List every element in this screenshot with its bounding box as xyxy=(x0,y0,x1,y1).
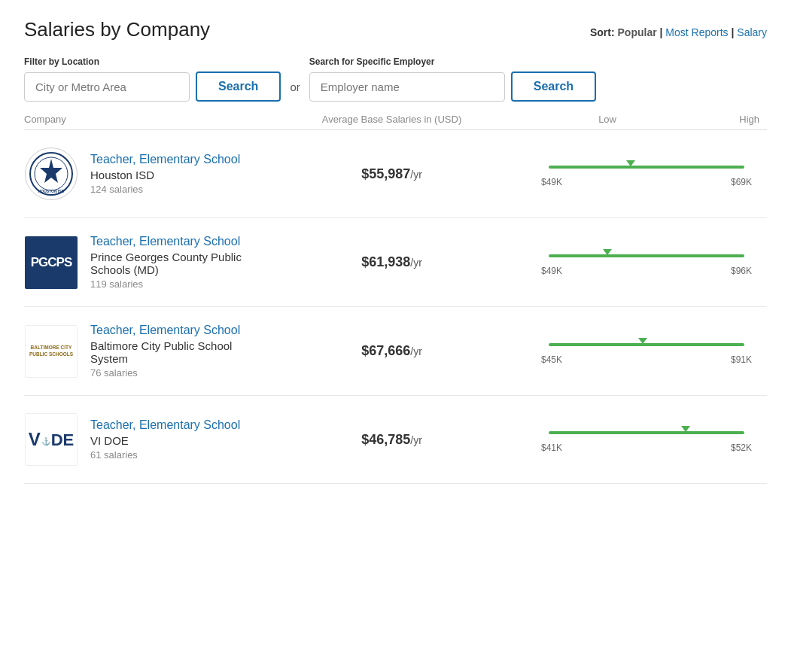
job-title-link[interactable]: Teacher, Elementary School xyxy=(90,153,240,166)
salary-count: 61 salaries xyxy=(90,449,240,461)
range-labels: $41K $52K xyxy=(526,442,767,453)
company-cell: Baltimore CityPublic Schools Teacher, El… xyxy=(24,324,265,379)
range-bar-container xyxy=(526,338,767,351)
sort-most-reports[interactable]: Most Reports xyxy=(665,26,728,38)
job-title-link[interactable]: Teacher, Elementary School xyxy=(90,324,265,337)
table-row: HOUSTON ISD Teacher, Elementary School H… xyxy=(24,130,767,218)
range-marker xyxy=(638,338,647,344)
company-logo: HOUSTON ISD xyxy=(24,147,78,201)
company-name: Houston ISD xyxy=(90,169,240,181)
employer-search-button[interactable]: Search xyxy=(511,71,596,102)
range-labels: $49K $69K xyxy=(526,177,767,187)
range-high: $96K xyxy=(731,266,752,276)
range-marker xyxy=(603,249,612,255)
range-labels: $45K $91K xyxy=(526,354,767,365)
salary-count: 124 salaries xyxy=(90,184,240,195)
page-header: Salaries by Company Sort: Popular | Most… xyxy=(24,18,767,41)
table-row: Baltimore CityPublic Schools Teacher, El… xyxy=(24,307,767,396)
salary-cell: $55,987/yr xyxy=(265,166,519,182)
filter-section: Filter by Location Search or Search for … xyxy=(24,56,767,102)
range-bar xyxy=(549,166,744,169)
company-name: VI DOE xyxy=(90,434,240,447)
company-info: Teacher, Elementary School VI DOE 61 sal… xyxy=(90,418,240,461)
range-high: $91K xyxy=(731,354,752,365)
range-low: $49K xyxy=(541,266,562,276)
company-info: Teacher, Elementary School Baltimore Cit… xyxy=(90,324,265,379)
range-labels: $49K $96K xyxy=(526,266,767,276)
range-high: $69K xyxy=(731,177,752,187)
range-cell: $45K $91K xyxy=(519,338,767,365)
location-search-input[interactable] xyxy=(24,72,190,102)
salary-count: 119 salaries xyxy=(90,278,265,290)
location-search-button[interactable]: Search xyxy=(196,71,281,102)
table-header: Company Average Base Salaries in (USD) L… xyxy=(24,114,767,130)
company-cell: HOUSTON ISD Teacher, Elementary School H… xyxy=(24,147,265,201)
range-low: $41K xyxy=(541,442,562,453)
company-name: Baltimore City Public School System xyxy=(90,339,265,365)
salary-cell: $61,938/yr xyxy=(265,254,519,270)
range-bar-container xyxy=(526,160,767,174)
company-logo: PGCPS xyxy=(24,236,78,290)
table-body: HOUSTON ISD Teacher, Elementary School H… xyxy=(24,130,767,484)
location-filter-label: Filter by Location xyxy=(24,56,281,67)
salary-count: 76 salaries xyxy=(90,367,265,379)
table-row: PGCPS Teacher, Elementary School Prince … xyxy=(24,218,767,307)
table-row: V ⚓ DE Teacher, Elementary School VI DOE… xyxy=(24,396,767,484)
sort-popular: Popular xyxy=(618,26,657,38)
company-info: Teacher, Elementary School Houston ISD 1… xyxy=(90,153,240,195)
header-high: High xyxy=(616,114,767,125)
header-company: Company xyxy=(24,114,265,125)
salary-cell: $46,785/yr xyxy=(265,432,519,448)
range-marker xyxy=(681,426,690,432)
sort-bar: Sort: Popular | Most Reports | Salary xyxy=(590,26,767,38)
sort-salary[interactable]: Salary xyxy=(737,26,767,38)
employer-search-input[interactable] xyxy=(309,72,505,102)
svg-text:HOUSTON ISD: HOUSTON ISD xyxy=(38,189,65,193)
range-cell: $49K $69K xyxy=(519,160,767,187)
company-logo: Baltimore CityPublic Schools xyxy=(24,324,78,379)
sort-label: Sort: xyxy=(590,26,615,38)
range-cell: $41K $52K xyxy=(519,426,767,453)
company-logo: V ⚓ DE xyxy=(24,412,78,467)
company-cell: V ⚓ DE Teacher, Elementary School VI DOE… xyxy=(24,412,265,467)
range-bar xyxy=(549,431,744,434)
location-input-row: Search xyxy=(24,71,281,102)
or-separator: or xyxy=(281,81,309,93)
range-bar xyxy=(549,254,744,257)
range-bar-container xyxy=(526,249,767,263)
location-filter-group: Filter by Location Search xyxy=(24,56,281,102)
range-cell: $49K $96K xyxy=(519,249,767,276)
page-title: Salaries by Company xyxy=(24,18,210,41)
range-high: $52K xyxy=(731,442,752,453)
employer-filter-group: Search for Specific Employer Search xyxy=(309,56,596,102)
job-title-link[interactable]: Teacher, Elementary School xyxy=(90,235,265,248)
range-low: $45K xyxy=(541,354,562,365)
range-low: $49K xyxy=(541,177,562,187)
header-salary: Average Base Salaries in (USD) xyxy=(265,114,519,125)
header-low: Low xyxy=(519,114,616,125)
company-info: Teacher, Elementary School Prince George… xyxy=(90,235,265,290)
company-name: Prince Georges County Public Schools (MD… xyxy=(90,251,265,276)
range-bar-container xyxy=(526,426,767,439)
salary-cell: $67,666/yr xyxy=(265,343,519,359)
employer-filter-label: Search for Specific Employer xyxy=(309,56,596,67)
range-marker xyxy=(626,160,635,166)
company-cell: PGCPS Teacher, Elementary School Prince … xyxy=(24,235,265,290)
job-title-link[interactable]: Teacher, Elementary School xyxy=(90,418,240,432)
employer-input-row: Search xyxy=(309,71,596,102)
